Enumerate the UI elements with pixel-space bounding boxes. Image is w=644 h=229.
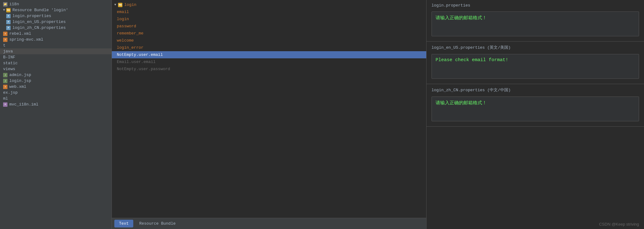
tab-bar: Text Resource Bundle bbox=[112, 218, 426, 229]
sidebar-label-static: static bbox=[3, 61, 18, 65]
tab-text[interactable]: Text bbox=[114, 220, 133, 227]
login-zh-cn-value: 请输入正确的邮箱格式！ bbox=[436, 101, 487, 106]
list-item-welcome-label: welcome bbox=[117, 38, 134, 43]
list-item-password-label: password bbox=[117, 24, 136, 29]
tab-resource-bundle[interactable]: Resource Bundle bbox=[135, 220, 180, 227]
list-item-email-label: email bbox=[117, 10, 129, 14]
main-container: 📁 i18n ▼ RB Resource Bundle 'login' P lo… bbox=[0, 0, 644, 229]
sidebar-item-ex-jsp[interactable]: ex.jsp bbox=[0, 90, 112, 96]
list-item-remember-me[interactable]: remember_me bbox=[112, 30, 426, 37]
expand-arrow-icon: ▼ bbox=[3, 8, 5, 12]
login-properties-value: 请输入正确的邮箱格式！ bbox=[436, 16, 487, 21]
sidebar-label-java: java bbox=[3, 49, 13, 54]
list-item-notempty-user-password[interactable]: NotEmpty.user.password bbox=[112, 65, 426, 73]
list-item-password[interactable]: password bbox=[112, 23, 426, 30]
sidebar-item-java[interactable]: java bbox=[0, 48, 112, 54]
section-content-login-zh-cn: 请输入正确的邮箱格式！ bbox=[432, 97, 639, 121]
sidebar-label-views: views bbox=[3, 67, 15, 71]
sidebar-label-login-en-us: login_en_US.properties bbox=[12, 20, 66, 24]
sidebar-label-t: t bbox=[3, 43, 6, 48]
sidebar: 📁 i18n ▼ RB Resource Bundle 'login' P lo… bbox=[0, 0, 112, 229]
sidebar-item-mvc-i18n-iml[interactable]: M mvc_i18n.iml bbox=[0, 101, 112, 107]
section-content-login-en-us: Please check email format! bbox=[432, 54, 639, 79]
sidebar-item-login-zh-cn[interactable]: P login_zh_CN.properties bbox=[0, 25, 112, 31]
sidebar-item-ml[interactable]: ml bbox=[0, 96, 112, 101]
section-content-login-properties: 请输入正确的邮箱格式！ bbox=[432, 11, 639, 36]
list-item-welcome[interactable]: welcome bbox=[112, 37, 426, 44]
sidebar-item-static[interactable]: static bbox=[0, 60, 112, 66]
middle-list: ▼ RB login email login password remember… bbox=[112, 0, 426, 218]
login-en-us-value: Please check email format! bbox=[436, 57, 508, 63]
list-item-remember-me-label: remember_me bbox=[117, 31, 144, 36]
list-item-email[interactable]: email bbox=[112, 8, 426, 16]
list-item-email-user-email[interactable]: Email.user.email bbox=[112, 58, 426, 65]
sidebar-label-b-inf: B-INF bbox=[3, 55, 15, 60]
properties-icon-en: P bbox=[6, 20, 11, 24]
watermark: CSDN @Keep striving bbox=[599, 222, 639, 227]
xml-icon-rebel: X bbox=[3, 32, 7, 36]
tab-text-label: Text bbox=[119, 221, 129, 226]
folder-icon: 📁 bbox=[3, 2, 7, 7]
sidebar-label-login-jsp: login.jsp bbox=[9, 79, 31, 83]
sidebar-item-resource-bundle-login[interactable]: ▼ RB Resource Bundle 'login' bbox=[0, 7, 112, 13]
sidebar-label-spring-mvc-xml: spring-mvc.xml bbox=[9, 37, 43, 42]
sidebar-label-admin-jsp: admin.jsp bbox=[9, 73, 31, 77]
xml-icon-spring: X bbox=[3, 38, 7, 42]
section-login-en-us: login_en_US.properties (英文/美国) Please ch… bbox=[427, 42, 644, 84]
sidebar-item-b-inf[interactable]: B-INF bbox=[0, 54, 112, 60]
list-item-login-error[interactable]: login_error bbox=[112, 44, 426, 51]
tab-resource-bundle-label: Resource Bundle bbox=[139, 221, 176, 226]
sidebar-label-ex-jsp: ex.jsp bbox=[3, 90, 18, 95]
jsp-icon-login: J bbox=[3, 79, 7, 83]
sidebar-item-login-properties[interactable]: P login.properties bbox=[0, 13, 112, 19]
right-panel: login.properties 请输入正确的邮箱格式！ login_en_US… bbox=[427, 0, 644, 229]
list-header-resource-icon: RB bbox=[118, 3, 122, 7]
list-item-login-label: login bbox=[117, 17, 129, 21]
list-item-email-user-email-label: Email.user.email bbox=[117, 60, 156, 64]
list-item-notempty-user-email[interactable]: NotEmpty.user.email bbox=[112, 51, 426, 58]
list-item-login[interactable]: login bbox=[112, 16, 426, 23]
properties-icon: P bbox=[6, 14, 11, 18]
list-header-login[interactable]: ▼ RB login bbox=[112, 1, 426, 8]
sidebar-item-login-en-us[interactable]: P login_en_US.properties bbox=[0, 19, 112, 25]
xml-icon-web: X bbox=[3, 85, 7, 89]
list-header-arrow-icon: ▼ bbox=[114, 3, 116, 7]
sidebar-label-login-zh-cn: login_zh_CN.properties bbox=[12, 25, 66, 30]
sidebar-item-i18n[interactable]: 📁 i18n bbox=[0, 1, 112, 7]
middle-panel: ▼ RB login email login password remember… bbox=[112, 0, 427, 229]
sidebar-label-ml: ml bbox=[3, 96, 8, 101]
sidebar-label-login-properties: login.properties bbox=[12, 14, 51, 18]
section-login-zh-cn: login_zh_CN.properties (中文/中国) 请输入正确的邮箱格… bbox=[427, 84, 644, 127]
properties-icon-zh: P bbox=[6, 26, 11, 30]
sidebar-label-resource-bundle: Resource Bundle 'login' bbox=[12, 8, 68, 12]
section-login-properties: login.properties 请输入正确的邮箱格式！ bbox=[427, 0, 644, 42]
sidebar-label-mvc-i18n-iml: mvc_i18n.iml bbox=[9, 102, 39, 107]
sidebar-item-views[interactable]: views bbox=[0, 66, 112, 72]
list-item-notempty-user-password-label: NotEmpty.user.password bbox=[117, 67, 170, 71]
sidebar-label-i18n: i18n bbox=[9, 2, 19, 7]
sidebar-item-web-xml[interactable]: X web.xml bbox=[0, 84, 112, 90]
list-item-notempty-user-email-label: NotEmpty.user.email bbox=[117, 52, 163, 57]
sidebar-label-rebel-xml: rebel.xml bbox=[9, 31, 31, 36]
sidebar-item-spring-mvc-xml[interactable]: X spring-mvc.xml bbox=[0, 37, 112, 43]
jsp-icon-admin: J bbox=[3, 73, 7, 77]
sidebar-label-web-xml: web.xml bbox=[9, 84, 26, 89]
sidebar-item-rebel-xml[interactable]: X rebel.xml bbox=[0, 31, 112, 37]
section-title-login-properties: login.properties bbox=[432, 3, 639, 9]
section-title-login-en-us: login_en_US.properties (英文/美国) bbox=[432, 45, 639, 52]
list-header-label: login bbox=[124, 2, 136, 7]
sidebar-item-admin-jsp[interactable]: J admin.jsp bbox=[0, 72, 112, 78]
section-title-login-zh-cn: login_zh_CN.properties (中文/中国) bbox=[432, 87, 639, 94]
list-item-login-error-label: login_error bbox=[117, 45, 144, 50]
resource-bundle-icon: RB bbox=[6, 8, 11, 12]
iml-icon: M bbox=[3, 102, 7, 107]
sidebar-item-t[interactable]: t bbox=[0, 43, 112, 48]
sidebar-item-login-jsp[interactable]: J login.jsp bbox=[0, 78, 112, 84]
